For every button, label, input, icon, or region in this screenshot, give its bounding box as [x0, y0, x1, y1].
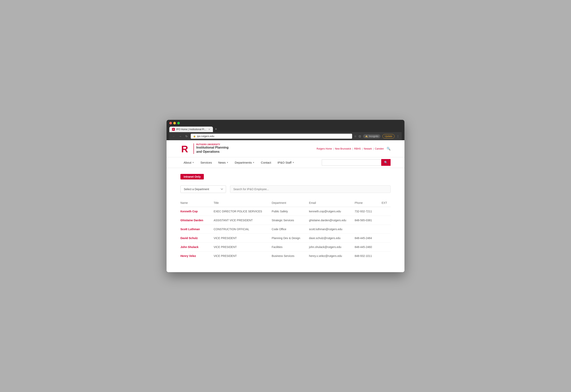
table-row: Scott Luthman CONSTRUCTION OFFICIAL Code… — [180, 225, 391, 234]
menu-icon[interactable]: ⋮ — [396, 135, 399, 138]
dept-name: Institutional Planning and Operations — [196, 146, 229, 154]
cell-dept-2: Code Office — [272, 225, 309, 234]
cell-dept-4: Facilities — [272, 242, 309, 251]
browser-window: R IPO Home | Institutional Planni... ✕ +… — [167, 120, 404, 272]
address-bar[interactable]: 🔒 ipo.rutgers.edu — [191, 134, 352, 139]
top-link-rbhs[interactable]: RBHS — [354, 147, 361, 150]
top-link-rutgers-home[interactable]: Rutgers Home — [317, 147, 332, 150]
employee-search-input[interactable] — [230, 185, 391, 193]
reload-button[interactable]: ↻ — [184, 135, 189, 138]
news-arrow-icon: ▼ — [226, 161, 228, 164]
cell-phone-0: 732-932-7211 — [355, 207, 382, 216]
table-header: Name Title Department Email Phone EXT — [180, 199, 391, 207]
cell-ext-3 — [382, 234, 391, 242]
col-header-ext: EXT — [382, 199, 391, 207]
cell-phone-1: 848-565-0381 — [355, 216, 382, 225]
nav-item-services[interactable]: Services — [197, 157, 215, 168]
nav-search-button[interactable]: 🔍 — [381, 159, 391, 166]
close-button[interactable] — [169, 122, 172, 124]
logo-text: Rutgers University Institutional Plannin… — [193, 143, 229, 154]
minimize-button[interactable] — [173, 122, 176, 124]
top-link-newark[interactable]: Newark — [364, 147, 372, 150]
site-header: R Rutgers University Institutional Plann… — [167, 140, 404, 157]
address-text: ipo.rutgers.edu — [197, 135, 214, 138]
tab-favicon: R — [172, 128, 175, 131]
back-button[interactable]: ← — [172, 135, 176, 138]
cell-phone-2 — [355, 225, 382, 234]
top-link-camden[interactable]: Camden — [375, 147, 384, 150]
browser-chrome: R IPO Home | Institutional Planni... ✕ +… — [167, 120, 404, 140]
tab-bar: R IPO Home | Institutional Planni... ✕ + — [169, 126, 402, 132]
cell-email-3: dave.schulz@rutgers.edu — [309, 234, 355, 242]
page-content: R Rutgers University Institutional Plann… — [167, 140, 404, 272]
university-name: Rutgers University — [196, 143, 229, 146]
address-bar-row: ← → ↻ 🔒 ipo.rutgers.edu ☆ ⊡ 🕵 Incognito … — [169, 132, 402, 140]
nav-items: About ▼ Services News ▼ Departments ▼ Co… — [180, 157, 322, 168]
incognito-label: Incognito — [369, 135, 379, 138]
table-row: Henry Velez VICE PRESIDENT Business Serv… — [180, 251, 391, 260]
incognito-icon: 🕵 — [365, 135, 368, 138]
table-row: David Schulz VICE PRESIDENT Planning Dev… — [180, 234, 391, 242]
cell-dept-3: Planning Dev & Design — [272, 234, 309, 242]
nav-item-contact[interactable]: Contact — [258, 157, 274, 168]
cell-phone-4: 848-445-2460 — [355, 242, 382, 251]
intranet-badge: Intranet Only — [180, 174, 204, 180]
cell-phone-3: 848-445-2484 — [355, 234, 382, 242]
cell-email-4: john.shulack@rutgers.edu — [309, 242, 355, 251]
cell-title-2: CONSTRUCTION OFFICIAL — [214, 225, 272, 234]
maximize-button[interactable] — [177, 122, 180, 124]
tab-title: IPO Home | Institutional Planni... — [176, 128, 207, 131]
cell-phone-5: 848-932-1011 — [355, 251, 382, 260]
cell-title-3: VICE PRESIDENT — [214, 234, 272, 242]
header-search-icon[interactable]: 🔍 — [387, 147, 391, 151]
cell-name-3: David Schulz — [180, 234, 214, 242]
star-icon[interactable]: ☆ — [354, 135, 357, 138]
cell-title-4: VICE PRESIDENT — [214, 242, 272, 251]
cell-email-0: kenneth.cop@rutgers.edu — [309, 207, 355, 216]
nav-search-area: 🔍 — [322, 159, 391, 166]
cell-title-0: EXEC DIRECTOR POLICE SERVICES — [214, 207, 272, 216]
top-link-new-brunswick[interactable]: New Brunswick — [335, 147, 351, 150]
rutgers-logo: R — [180, 144, 191, 154]
extensions-icon[interactable]: ⊡ — [359, 135, 361, 138]
new-tab-button[interactable]: + — [213, 126, 219, 132]
col-header-department: Department — [272, 199, 309, 207]
cell-name-4: John Shulack — [180, 242, 214, 251]
cell-dept-5: Business Services — [272, 251, 309, 260]
cell-name-0: Kenneth Cop — [180, 207, 214, 216]
nav-item-departments[interactable]: Departments ▼ — [232, 157, 258, 168]
update-button[interactable]: Update — [382, 134, 395, 139]
logo-area: R Rutgers University Institutional Plann… — [180, 143, 229, 154]
col-header-name: Name — [180, 199, 214, 207]
cell-ext-5 — [382, 251, 391, 260]
table-row: John Shulack VICE PRESIDENT Facilities j… — [180, 242, 391, 251]
cell-email-5: henry.x.velez@rutgers.edu — [309, 251, 355, 260]
col-header-phone: Phone — [355, 199, 382, 207]
browser-actions: ☆ ⊡ 🕵 Incognito Update ⋮ — [354, 134, 399, 139]
content-area: Intranet Only Select a Department Name T… — [167, 168, 404, 272]
tab-close-icon[interactable]: ✕ — [208, 128, 210, 131]
top-links: Rutgers Home | New Brunswick | RBHS | Ne… — [317, 147, 391, 151]
lock-icon: 🔒 — [193, 135, 196, 138]
cell-ext-2 — [382, 225, 391, 234]
cell-email-2: scott.luthman@rutgers.edu — [309, 225, 355, 234]
staff-table-body: Kenneth Cop EXEC DIRECTOR POLICE SERVICE… — [180, 207, 391, 260]
nav-item-news[interactable]: News ▼ — [215, 157, 232, 168]
nav-item-about[interactable]: About ▼ — [180, 157, 197, 168]
filters-row: Select a Department — [180, 185, 391, 193]
cell-name-5: Henry Velez — [180, 251, 214, 260]
about-arrow-icon: ▼ — [192, 161, 194, 164]
cell-dept-1: Strategic Services — [272, 216, 309, 225]
cell-dept-0: Public Safety — [272, 207, 309, 216]
cell-name-1: Ghislaine Darden — [180, 216, 214, 225]
forward-button[interactable]: → — [178, 135, 182, 138]
col-header-email: Email — [309, 199, 355, 207]
incognito-badge: 🕵 Incognito — [363, 134, 381, 138]
nav-item-ipo-staff[interactable]: IP&O Staff ▼ — [274, 157, 298, 168]
main-nav: About ▼ Services News ▼ Departments ▼ Co… — [167, 157, 404, 168]
cell-ext-4 — [382, 242, 391, 251]
active-tab[interactable]: R IPO Home | Institutional Planni... ✕ — [169, 126, 213, 132]
cell-ext-0 — [382, 207, 391, 216]
department-select[interactable]: Select a Department — [180, 185, 226, 193]
nav-search-input[interactable] — [322, 159, 381, 166]
